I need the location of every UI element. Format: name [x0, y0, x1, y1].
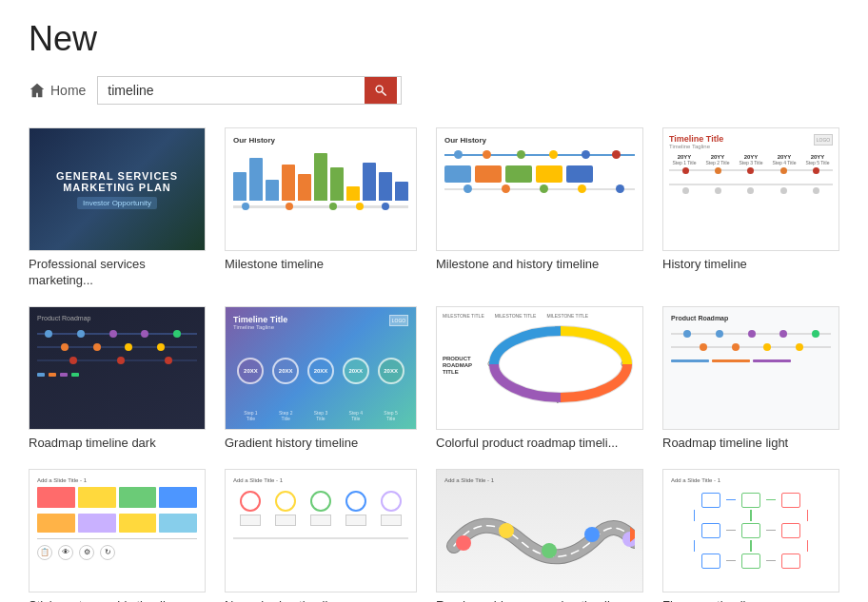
search-input-wrapper	[97, 76, 402, 105]
template-thumb-five-year: Add a Slide Title - 1	[662, 469, 839, 592]
template-item[interactable]: Add a Slide Title - 1 Road	[436, 469, 643, 602]
template-label: Colorful product roadmap timeli...	[436, 436, 643, 452]
template-thumb-roadmap-dark: Product Roadmap	[29, 306, 206, 430]
home-link[interactable]: Home	[29, 82, 86, 99]
template-item[interactable]: MILESTONE TITLEMILESTONE TITLEMILESTONE …	[436, 306, 643, 452]
home-icon	[29, 82, 46, 99]
search-button[interactable]	[365, 77, 397, 104]
template-label: Milestone and history timeline	[436, 257, 643, 273]
template-label: Sticky note graphic timeline	[29, 598, 206, 602]
templates-grid: GENERAL SERVICESMARKETING PLAN Investor …	[29, 127, 839, 602]
template-thumb-gradient-history: Timeline Title Timeline Tagline LOGO 20X…	[225, 306, 417, 430]
search-bar: Home	[29, 76, 839, 105]
svg-point-7	[456, 535, 471, 551]
template-label: Name badge timeline	[225, 598, 417, 602]
template-thumb-professional-services: GENERAL SERVICESMARKETING PLAN Investor …	[29, 127, 206, 251]
svg-point-9	[542, 543, 557, 558]
template-thumb-sticky-note: Add a Slide Title - 1 📋 👁	[29, 469, 206, 592]
template-item[interactable]: Timeline Title Timeline Tagline LOGO 20Y…	[662, 127, 839, 289]
template-thumb-history-timeline: Timeline Title Timeline Tagline LOGO 20Y…	[662, 127, 839, 251]
template-thumb-road-progression: Add a Slide Title - 1	[436, 469, 643, 592]
svg-point-10	[584, 527, 600, 542]
template-item[interactable]: Our History	[225, 127, 417, 289]
search-input[interactable]	[98, 77, 365, 104]
template-item[interactable]: Our History	[436, 127, 643, 289]
page-title: New	[29, 19, 839, 59]
svg-point-8	[499, 523, 514, 538]
template-item[interactable]: GENERAL SERVICESMARKETING PLAN Investor …	[29, 127, 206, 289]
template-item[interactable]: Product Roadmap	[29, 306, 206, 452]
template-thumb-milestone-timeline: Our History	[225, 127, 417, 251]
template-label: Road graphic progression timeline	[436, 598, 643, 602]
page-container: New Home GENERAL SERVICESMARKETING PLAN …	[0, 0, 868, 602]
template-label: Professional services marketing...	[29, 257, 206, 289]
template-label: Five year timeline	[662, 598, 839, 602]
template-thumb-roadmap-light: Product Roadmap	[662, 306, 839, 430]
template-item[interactable]: Timeline Title Timeline Tagline LOGO 20X…	[225, 306, 417, 452]
template-label: History timeline	[662, 257, 839, 273]
home-label: Home	[50, 83, 86, 98]
template-item[interactable]: Product Roadmap	[662, 306, 839, 452]
svg-point-0	[376, 86, 383, 92]
template-item[interactable]: Add a Slide Title - 1	[662, 469, 839, 602]
search-icon	[374, 84, 387, 97]
template-label: Gradient history timeline	[225, 436, 417, 452]
svg-line-1	[383, 91, 386, 95]
template-thumb-milestone-history: Our History	[436, 127, 643, 251]
template-thumb-name-badge: Add a Slide Title - 1	[225, 469, 417, 592]
template-label: Milestone timeline	[225, 257, 417, 273]
template-label: Roadmap timeline light	[662, 436, 839, 452]
template-item[interactable]: Add a Slide Title - 1 📋 👁	[29, 469, 206, 602]
template-label: Roadmap timeline dark	[29, 436, 206, 452]
template-item[interactable]: Add a Slide Title - 1	[225, 469, 417, 602]
template-thumb-colorful-roadmap: MILESTONE TITLEMILESTONE TITLEMILESTONE …	[436, 306, 643, 430]
